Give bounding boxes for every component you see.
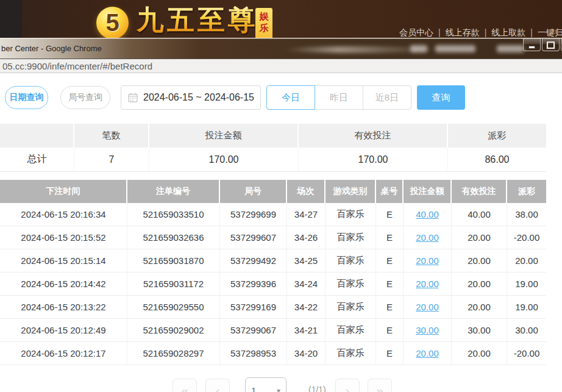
summary-corner-cell <box>0 124 74 148</box>
page-select-value: 1 <box>251 385 256 392</box>
bet-amount-link[interactable]: 20.00 <box>416 302 439 312</box>
next-page-button[interactable]: › <box>335 379 360 392</box>
cell-bet-time: 2024-06-15 20:12:17 <box>0 342 127 365</box>
bet-amount-link[interactable]: 20.00 <box>416 279 439 289</box>
summary-header-valid-bet: 有效投注 <box>299 124 448 148</box>
nav-member-center[interactable]: 会员中心 <box>399 27 433 37</box>
cell-bet-time: 2024-06-15 20:15:52 <box>0 226 127 249</box>
double-left-arrow-icon: « <box>181 383 188 392</box>
cell-table-no: E <box>376 273 404 295</box>
cell-valid-bet: 20.00 <box>452 273 507 295</box>
cell-bet-amount: 20.00 <box>404 249 452 272</box>
col-header-game-type: 游戏类别 <box>325 180 376 203</box>
chevron-down-icon: ▾ <box>277 387 280 392</box>
cell-round: 537299699 <box>220 203 287 226</box>
minimize-button[interactable] <box>523 38 541 51</box>
bet-amount-link[interactable]: 30.00 <box>416 325 439 335</box>
cell-round: 537298953 <box>220 342 287 365</box>
cell-bet-time: 2024-06-15 20:16:34 <box>0 203 127 226</box>
cell-game-type: 百家乐 <box>325 203 376 226</box>
cell-bet-time: 2024-06-15 20:13:22 <box>0 296 127 318</box>
nav-online-withdraw[interactable]: 线上取款 <box>491 27 525 37</box>
cell-table-no: E <box>376 203 404 226</box>
cell-bet-id: 521659028297 <box>127 342 220 365</box>
col-header-payout: 派彩 <box>507 180 546 203</box>
titlebar-blur-artifact <box>410 45 427 52</box>
summary-header-bet-amount: 投注金额 <box>149 124 299 148</box>
calendar-icon <box>128 93 138 102</box>
cell-payout: 19.00 <box>507 296 546 318</box>
date-range-picker[interactable]: 2024-06-15 ~ 2024-06-15 <box>121 85 261 110</box>
date-query-tab[interactable]: 日期查询 <box>5 86 48 109</box>
cell-bet-id: 521659032636 <box>127 226 220 249</box>
bet-amount-link[interactable]: 20.00 <box>416 232 439 243</box>
cell-round: 537299607 <box>220 226 287 249</box>
last-page-button[interactable]: » <box>368 379 392 392</box>
maximize-button[interactable] <box>542 38 560 51</box>
nav-separator: | <box>530 27 533 37</box>
summary-header-payout: 派彩 <box>448 124 546 148</box>
table-row: 2024-06-15 20:16:34 521659033510 5372996… <box>0 203 546 226</box>
summary-table: 笔数 投注金额 有效投注 派彩 总计 7 170.00 170.00 86.00 <box>0 124 546 172</box>
cell-bet-id: 521659031870 <box>127 249 220 272</box>
cell-game-type: 百家乐 <box>325 226 376 249</box>
nav-online-deposit[interactable]: 线上存款 <box>446 27 480 37</box>
cell-bet-amount: 30.00 <box>404 319 452 341</box>
left-arrow-icon: ‹ <box>216 383 220 392</box>
cell-payout: 19.00 <box>507 273 546 295</box>
date-range-value: 2024-06-15 ~ 2024-06-15 <box>143 92 254 103</box>
brand-badge-char: 娱 <box>260 10 269 22</box>
cell-table-no: E <box>376 296 404 318</box>
page-content: 日期查询 局号查询 2024-06-15 ~ 2024-06-15 今日 昨日 … <box>0 73 562 392</box>
maximize-icon <box>547 41 555 49</box>
table-row: 2024-06-15 20:14:42 521659031172 5372993… <box>0 273 546 296</box>
cell-round: 537299396 <box>220 273 287 295</box>
cell-game-type: 百家乐 <box>325 342 376 365</box>
window-titlebar[interactable]: ber Center - Google Chrome <box>0 38 562 59</box>
cell-game-type: 百家乐 <box>325 319 376 341</box>
cell-payout: 30.00 <box>507 319 546 341</box>
cell-round: 537299492 <box>220 249 287 272</box>
cell-game-type: 百家乐 <box>325 296 376 318</box>
url-text: 05.cc:9900/infe/mcenter/#/betRecord <box>2 61 152 71</box>
summary-total-row: 总计 7 170.00 170.00 86.00 <box>0 148 546 172</box>
cell-valid-bet: 20.00 <box>452 296 507 318</box>
brand-logo-icon: 5 <box>96 7 129 39</box>
bet-amount-link[interactable]: 20.00 <box>416 348 439 358</box>
cell-bet-id: 521659029550 <box>127 296 220 318</box>
page-select[interactable]: 1 ▾ <box>245 377 286 392</box>
brand-logo-text: 九五至尊 <box>137 6 258 34</box>
cell-table-no: E <box>376 319 404 341</box>
cell-payout: 20.00 <box>507 249 546 272</box>
cell-valid-bet: 30.00 <box>452 319 507 341</box>
cell-bet-amount: 20.00 <box>404 273 452 295</box>
round-query-tab[interactable]: 局号查询 <box>60 86 110 109</box>
address-bar[interactable]: 05.cc:9900/infe/mcenter/#/betRecord <box>0 59 562 73</box>
cell-game-type: 百家乐 <box>325 273 376 295</box>
cell-bet-time: 2024-06-15 20:15:14 <box>0 249 127 272</box>
nav-one-click-transfer[interactable]: 一键归户 <box>538 27 562 37</box>
nav-separator: | <box>438 27 441 37</box>
yesterday-button[interactable]: 昨日 <box>315 85 363 110</box>
bet-record-table: 下注时间 注单编号 局号 场次 游戏类别 桌号 投注金额 有效投注 派彩 202… <box>0 180 546 365</box>
cell-round: 537299169 <box>220 296 287 318</box>
cell-payout: -20.00 <box>507 226 546 249</box>
cell-bet-amount: 20.00 <box>404 226 452 249</box>
summary-header-count: 笔数 <box>74 124 149 148</box>
prev-page-button[interactable]: ‹ <box>205 379 230 392</box>
bet-amount-link[interactable]: 20.00 <box>416 255 439 266</box>
cell-session: 34-24 <box>287 273 325 295</box>
search-button[interactable]: 查询 <box>417 85 465 110</box>
bet-amount-link[interactable]: 40.00 <box>416 209 439 219</box>
minimize-icon <box>528 46 535 49</box>
today-button[interactable]: 今日 <box>266 85 315 110</box>
cell-table-no: E <box>376 249 404 272</box>
table-row: 2024-06-15 20:12:49 521659029002 5372990… <box>0 319 546 342</box>
col-header-bet-time: 下注时间 <box>0 180 127 203</box>
first-page-button[interactable]: « <box>173 379 197 392</box>
table-header-row: 下注时间 注单编号 局号 场次 游戏类别 桌号 投注金额 有效投注 派彩 <box>0 180 546 203</box>
brand-logo-number: 5 <box>105 9 119 37</box>
last8days-button[interactable]: 近8日 <box>363 85 411 110</box>
window-title: ber Center - Google Chrome <box>1 44 102 53</box>
summary-payout-value: 86.00 <box>448 148 546 171</box>
